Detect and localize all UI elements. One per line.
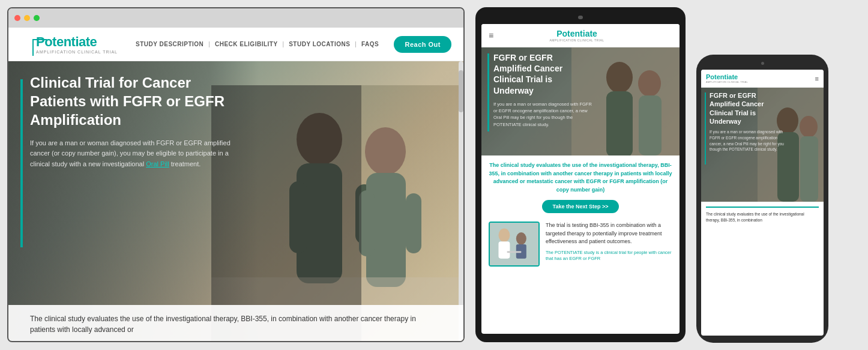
hero-bottom-banner: The clinical study evaluates the use of …: [8, 305, 463, 341]
nav-link-study-locations[interactable]: STUDY LOCATIONS: [289, 41, 350, 47]
tablet-logo-accent: Potentiate: [556, 29, 597, 38]
phone-hamburger-icon[interactable]: ≡: [815, 75, 819, 82]
hero-title: Clinical Trial for Cancer Patients with …: [30, 73, 234, 130]
svg-point-12: [606, 62, 633, 93]
phone-nav: Potentiate AMPLIFICATION CLINICAL TRIAL …: [701, 70, 824, 88]
phone-info-text: The clinical study evaluates the use of …: [706, 211, 819, 223]
tablet-screen: ≡ Potentiate AMPLIFICATION CLINICAL TRIA…: [481, 24, 680, 334]
svg-point-14: [638, 70, 661, 97]
tablet-card-text-area: The trial is testing BBI-355 in combinat…: [546, 222, 672, 267]
phone-logo-sub: AMPLIFICATION CLINICAL TRIAL: [706, 80, 748, 83]
phone-logo-accent: Potentiate: [706, 73, 738, 80]
logo-text-area: Potentiate AMPLIFICATION CLINICAL TRIAL: [36, 34, 118, 54]
tablet-card-subtext: The POTENTIATE study is a clinical trial…: [546, 250, 672, 262]
tablet-card: The trial is testing BBI-355 in combinat…: [489, 222, 672, 267]
svg-rect-15: [639, 95, 662, 155]
nav-link-faqs[interactable]: FAQs: [361, 41, 379, 47]
tablet-card-text: The trial is testing BBI-355 in combinat…: [546, 222, 672, 246]
tablet-hero-title: FGFR or EGFR Amplified Cancer Clinical T…: [493, 52, 592, 96]
tablet-info-text: The clinical study evaluates the use of …: [489, 161, 672, 194]
phone-hero-body: If you are a man or woman diagnosed with…: [710, 129, 788, 152]
svg-rect-18: [498, 241, 510, 258]
svg-rect-26: [800, 136, 818, 202]
logo-container: Potentiate AMPLIFICATION CLINICAL TRIAL: [20, 34, 118, 54]
hero-bottom-text: The clinical study evaluates the use of …: [30, 315, 416, 334]
tablet-content: The clinical study evaluates the use of …: [481, 155, 680, 334]
phone-logo-area: Potentiate AMPLIFICATION CLINICAL TRIAL: [706, 73, 748, 83]
tablet-logo: Potentiate: [550, 29, 604, 38]
tablet-hamburger-icon[interactable]: ≡: [489, 31, 493, 40]
reach-out-button[interactable]: Reach Out: [394, 36, 451, 53]
tablet-logo-area: Potentiate AMPLIFICATION CLINICAL TRIAL: [550, 29, 604, 42]
tablet-nav: ≡ Potentiate AMPLIFICATION CLINICAL TRIA…: [481, 24, 680, 47]
tablet-hero-text: FGFR or EGFR Amplified Cancer Clinical T…: [493, 52, 592, 128]
svg-rect-8: [406, 193, 421, 253]
tablet-card-image: [489, 222, 540, 267]
phone-camera: [761, 62, 764, 65]
logo-sub: AMPLIFICATION CLINICAL TRIAL: [36, 50, 118, 54]
logo-main: Potentiate: [36, 34, 118, 50]
hero-body-end: treatment.: [171, 160, 201, 167]
tablet-hero-accent-bar: [487, 53, 489, 131]
svg-rect-21: [507, 251, 522, 253]
browser-chrome: [8, 8, 463, 28]
desktop-browser-frame: Potentiate AMPLIFICATION CLINICAL TRIAL …: [7, 7, 465, 342]
tablet-logo-sub: AMPLIFICATION CLINICAL TRIAL: [550, 38, 604, 42]
site-nav: Potentiate AMPLIFICATION CLINICAL TRIAL …: [8, 28, 463, 61]
svg-point-5: [365, 127, 406, 175]
phone-frame: Potentiate AMPLIFICATION CLINICAL TRIAL …: [696, 55, 828, 343]
browser-close-dot: [14, 15, 20, 21]
tablet-frame: ≡ Potentiate AMPLIFICATION CLINICAL TRIA…: [475, 7, 686, 342]
svg-point-19: [516, 232, 526, 245]
tablet-card-scene: [490, 223, 538, 265]
phone-hero-accent-bar: [705, 92, 706, 164]
phone-logo: Potentiate: [706, 73, 748, 80]
site-content: Potentiate AMPLIFICATION CLINICAL TRIAL …: [8, 28, 463, 341]
svg-point-25: [800, 116, 818, 137]
tablet-camera: [578, 16, 583, 19]
logo-bracket: [32, 39, 47, 56]
nav-links: STUDY DESCRIPTION | CHECK ELIGIBILITY | …: [136, 41, 394, 47]
tablet-hero-body: If you are a man or woman diagnosed with…: [493, 101, 592, 128]
phone-content: The clinical study evaluates the use of …: [701, 202, 824, 336]
browser-minimize-dot: [24, 15, 30, 21]
hero-section: Clinical Trial for Cancer Patients with …: [8, 61, 463, 341]
hero-oral-pill-link[interactable]: Oral Pill: [146, 160, 169, 167]
hero-accent-bar: [20, 79, 23, 247]
svg-point-17: [498, 228, 510, 242]
scrollbar-thumb[interactable]: [459, 70, 463, 112]
hero-text-block: Clinical Trial for Cancer Patients with …: [30, 73, 234, 169]
nav-link-study-description[interactable]: STUDY DESCRIPTION: [136, 41, 203, 47]
tablet-hero: FGFR or EGFR Amplified Cancer Clinical T…: [481, 47, 680, 155]
browser-maximize-dot: [34, 15, 40, 21]
scrollbar-track[interactable]: [459, 61, 463, 341]
nav-link-check-eligibility[interactable]: CHECK ELIGIBILITY: [215, 41, 278, 47]
svg-rect-13: [606, 91, 633, 155]
svg-rect-16: [490, 223, 538, 265]
tablet-cta-button[interactable]: Take the Next Step >>: [542, 200, 619, 213]
phone-hero-title: FGFR or EGFR Amplified Cancer Clinical T…: [710, 91, 788, 125]
phone-hero-text: FGFR or EGFR Amplified Cancer Clinical T…: [710, 91, 788, 152]
phone-screen: Potentiate AMPLIFICATION CLINICAL TRIAL …: [701, 70, 824, 336]
hero-body: If you are a man or woman diagnosed with…: [30, 138, 234, 170]
phone-hero: FGFR or EGFR Amplified Cancer Clinical T…: [701, 88, 824, 202]
phone-divider: [706, 207, 819, 208]
